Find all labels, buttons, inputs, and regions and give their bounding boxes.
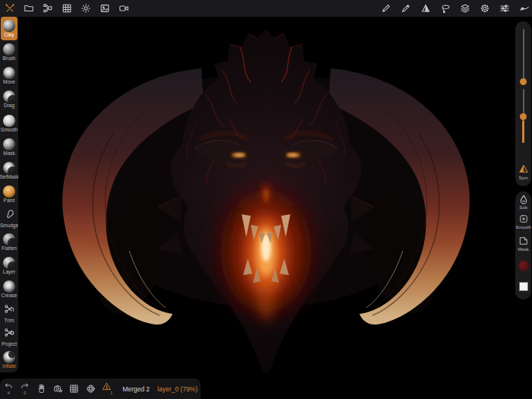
environment-icon[interactable] (80, 3, 91, 14)
tool-label: Crease (2, 293, 17, 299)
move-brush-icon (3, 67, 15, 79)
redo-count: 0 (24, 391, 26, 396)
tool-smudge[interactable]: Smudge (1, 207, 17, 230)
interface-toggle-icon[interactable] (36, 384, 47, 394)
tool-project[interactable]: Project (1, 325, 17, 348)
tool-layer[interactable]: Layer (1, 254, 17, 277)
clay-brush-icon (3, 20, 15, 32)
topology-grid-icon[interactable] (61, 3, 72, 14)
sliders-icon[interactable] (499, 3, 510, 14)
warning-indicator[interactable]: 1 (102, 382, 113, 396)
tool-smooth[interactable]: Smooth (1, 112, 17, 135)
image-icon[interactable] (99, 3, 110, 14)
intensity-slider-handle[interactable] (520, 113, 527, 120)
intensity-slider-fill[interactable] (522, 120, 524, 143)
trim-scissors-icon (4, 303, 15, 318)
radius-slider-handle[interactable] (520, 78, 527, 85)
drag-brush-icon (3, 90, 15, 103)
redo-button[interactable]: 0 (20, 382, 31, 396)
primary-color-swatch[interactable] (518, 261, 529, 271)
mask-mode-label: Mask (515, 247, 531, 252)
flatten-brush-icon (3, 233, 15, 245)
tool-label: Clay (4, 33, 14, 38)
tool-crease[interactable]: Crease (1, 277, 17, 301)
render-settings-icon[interactable] (52, 384, 64, 394)
sculpt-app-window: Clay Brush Move Drag Smooth Mask SelMask (0, 0, 532, 399)
tool-trim[interactable]: Trim (1, 301, 17, 325)
symmetry-label: Sym (515, 176, 531, 180)
mask-brush-icon (3, 138, 15, 150)
tool-label: Paint (4, 198, 15, 204)
tool-paint[interactable]: Paint (1, 182, 17, 206)
tool-label: Move (3, 80, 15, 85)
tool-label: Inflate (2, 364, 16, 369)
tool-label: Brush (3, 56, 16, 62)
crease-brush-icon (3, 280, 15, 293)
demon-head-render (0, 0, 532, 399)
tool-label: Smooth (1, 128, 17, 133)
tool-label: SelMask (0, 175, 18, 180)
falloff-curve-icon[interactable] (518, 3, 530, 14)
smooth-mode-label: Smooth (515, 225, 531, 230)
sculpt-canvas[interactable] (0, 0, 532, 399)
camera-icon[interactable] (118, 3, 129, 14)
intensity-slider-track[interactable] (523, 89, 524, 116)
paint-tool-icon[interactable] (400, 3, 411, 14)
tool-label: Trim (5, 318, 14, 324)
radius-slider-track[interactable] (523, 29, 524, 84)
tool-label: Mask (3, 151, 15, 157)
project-scissors-icon (4, 327, 15, 341)
symmetry-icon[interactable] (519, 164, 528, 173)
tool-clay[interactable]: Clay (1, 17, 17, 40)
sub-label: Sub (515, 205, 531, 210)
brush-brush-icon (3, 43, 15, 55)
sub-droplet-icon[interactable] (518, 195, 528, 204)
active-layer-label[interactable]: layer_0 (79%) (157, 385, 198, 393)
tool-label: Layer (3, 270, 15, 275)
mesh-name-label[interactable]: Merged 2 (122, 385, 150, 393)
tool-flatten[interactable]: Flatten (1, 230, 17, 254)
smudge-brush-icon (4, 208, 15, 223)
smooth-mode-icon[interactable] (519, 214, 528, 223)
brush-toolbar: Clay Brush Move Drag Smooth Mask SelMask (0, 17, 18, 372)
undo-count: 4 (8, 391, 10, 396)
layer-brush-icon (3, 257, 15, 269)
warning-count: 1 (110, 391, 112, 396)
smooth-brush-icon (3, 115, 15, 127)
inflate-brush-icon (3, 351, 15, 363)
tool-label: Drag (4, 103, 14, 109)
tool-label: Smudge (0, 223, 18, 229)
scene-graph-icon[interactable] (42, 3, 53, 14)
tools-icon[interactable] (4, 3, 15, 14)
tool-selmask[interactable]: SelMask (1, 159, 17, 182)
settings-gear-icon[interactable] (479, 3, 490, 14)
tool-drag[interactable]: Drag (1, 88, 17, 112)
layers-icon[interactable] (459, 3, 470, 14)
stroke-options-panel: Sub Smooth Mask (515, 192, 531, 299)
tool-inflate[interactable]: Inflate (1, 349, 17, 372)
undo-button[interactable]: 4 (3, 382, 14, 396)
selmask-brush-icon (3, 162, 15, 174)
tool-move[interactable]: Move (1, 64, 17, 87)
tool-label: Project (2, 342, 17, 347)
tool-label: Flatten (2, 246, 17, 252)
status-bar: 4 0 1 Merged 2 layer_0 (79%) (0, 378, 201, 399)
tool-mask[interactable]: Mask (1, 135, 17, 159)
top-toolbar (0, 0, 532, 17)
slider-panel: Sym (515, 21, 531, 186)
pencil-icon[interactable] (380, 3, 391, 14)
lasso-icon[interactable] (439, 3, 451, 14)
grid-toggle-icon[interactable] (68, 384, 80, 394)
tool-brush[interactable]: Brush (1, 40, 17, 64)
secondary-color-swatch[interactable] (519, 282, 528, 291)
wireframe-toggle-icon[interactable] (85, 384, 97, 394)
primitives-icon[interactable] (420, 3, 431, 14)
paint-brush-icon (3, 185, 15, 198)
mask-mode-icon[interactable] (519, 236, 528, 245)
folder-icon[interactable] (23, 3, 34, 14)
